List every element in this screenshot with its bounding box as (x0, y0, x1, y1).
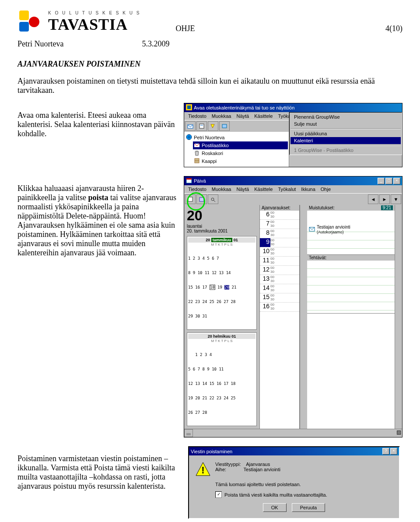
menu-minimize[interactable]: Pienennä GroupWise (290, 113, 401, 120)
svg-rect-22 (186, 433, 191, 435)
calendar-icon (186, 177, 192, 184)
toolbar[interactable] (184, 120, 289, 132)
time-badge: 9:21 (381, 205, 393, 210)
svg-rect-6 (200, 124, 204, 128)
trash-icon (194, 150, 200, 157)
appointments-header: Ajanvaraukset: (260, 205, 299, 211)
window-title: Päivä (194, 178, 206, 183)
toolbar-btn[interactable] (208, 121, 218, 131)
app-icon (186, 104, 192, 111)
paragraph-delete: Klikkaa haluaaasi ajanvarausta hiiren 2-… (18, 184, 177, 257)
tool-find[interactable] (208, 194, 218, 204)
window-title: Avaa oletuskalenterinäkymä tai tuo se nä… (194, 105, 294, 110)
maximize-button[interactable]: □ (385, 178, 392, 184)
doc-date: 5.3.2009 (142, 39, 169, 48)
svg-rect-12 (196, 151, 198, 152)
menu-close-others[interactable]: Sulje muut (290, 120, 401, 127)
svg-rect-0 (19, 11, 29, 20)
logo: K O U L U T U S K E S K U S TAVASTIA (18, 9, 140, 35)
checkbox-remove-all[interactable]: ✓ (215, 491, 222, 498)
cabinet-icon (194, 158, 200, 165)
window-menu-dropdown[interactable]: Pienennä GroupWise Sulje muut Uusi pääik… (289, 112, 402, 155)
paragraph-confirm: Poistaminen varmistetaan viestin poistam… (18, 454, 182, 491)
svg-marker-8 (211, 124, 214, 128)
highlight-circle (187, 192, 205, 211)
ok-button[interactable]: OK (263, 503, 287, 512)
logo-title: TAVASTIA (48, 15, 140, 34)
appointment-icon (309, 226, 315, 233)
svg-text:!: ! (201, 465, 204, 476)
tree-cabinet[interactable]: Kaappi (202, 159, 217, 164)
section-title: AJANVARAUKSEN POISTAMINEN (18, 60, 402, 69)
svg-line-20 (214, 200, 215, 202)
close-button[interactable]: × (393, 178, 400, 184)
toolbar-btn[interactable] (219, 121, 230, 131)
menu-new-main[interactable]: Uusi pääikkuna (290, 130, 401, 137)
svg-rect-4 (187, 106, 191, 109)
hour-column[interactable]: Ajanvaraukset: 6003070030800309003010003… (259, 205, 300, 429)
statusbar-btn[interactable] (184, 429, 193, 437)
page-header: K O U L U T U S K E S K U S TAVASTIA OHJ… (18, 9, 402, 35)
subject-value: Testiajan arviointi (244, 467, 280, 472)
day-name: lauantai (187, 224, 257, 229)
doc-meta: Petri Nuorteva 5.3.2009 (18, 39, 402, 49)
svg-point-2 (29, 17, 39, 27)
close-button[interactable]: × (390, 448, 397, 455)
dialog-title: Viestin poistaminen (191, 449, 232, 454)
warning-icon: ! (195, 462, 211, 477)
menu-calendar[interactable]: Kalenteri (290, 137, 401, 144)
help-button[interactable]: ? (382, 448, 389, 455)
tool-nav[interactable]: ► (379, 194, 390, 204)
groupwise-window: Avaa oletuskalenterinäkymä tai tuo se nä… (184, 103, 402, 167)
reminders-header: Muistutukset: (309, 205, 335, 210)
delete-message-dialog: Viestin poistaminen ? × ! Viestityyppi: … (188, 446, 400, 519)
type-label: Viestityyppi: (215, 462, 241, 467)
scrollbar[interactable] (300, 205, 307, 429)
logo-subtitle: K O U L U T U S K E S K U S (48, 11, 140, 15)
day-view-window: Päivä _ □ × Tiedosto Muokkaa Näytä Käsit… (184, 176, 402, 437)
folder-tree[interactable]: Petri Nuorteva Postilaatikko Roskakori (184, 132, 289, 167)
svg-rect-9 (222, 124, 227, 128)
tree-trash[interactable]: Roskakori (202, 151, 223, 156)
menubar[interactable]: Tiedosto Muokkaa Näytä Käsittele Työkalu… (184, 185, 402, 193)
paragraph-intro: Ajanvarauksen poistaminen on tietysti mu… (18, 77, 402, 95)
tool-nav[interactable]: ▼ (391, 194, 401, 204)
menubar[interactable]: Tiedosto Muokkaa Näytä Käsittele Työkalu… (184, 112, 289, 120)
day-date: 20. tammikuuta 2001 (187, 229, 257, 233)
scrollbar[interactable] (395, 205, 402, 429)
globe-icon (186, 134, 192, 141)
tool-nav[interactable]: ◄ (368, 194, 378, 204)
svg-rect-16 (186, 178, 192, 180)
toolbar-btn[interactable] (185, 121, 196, 131)
mini-calendar-feb[interactable]: 20 helmikuu 01 M T K T P L S 1 2 3 4 5 6… (187, 332, 257, 426)
svg-rect-1 (19, 22, 29, 32)
tree-mailbox[interactable]: Postilaatikko (202, 143, 229, 148)
dialog-message: Tämä luomasi ajoitettu viesti poistetaan… (215, 482, 393, 487)
minimize-button[interactable]: _ (378, 178, 385, 184)
checkbox-label: Poista tämä viesti kaikilta muilta vasta… (224, 492, 327, 497)
page-number: 4(10) (385, 24, 402, 33)
mailbox-icon (194, 142, 200, 149)
menu-gw-mailbox[interactable]: 1 GroupWise - Postilaatikko (290, 147, 401, 154)
doc-type: OHJE (175, 24, 195, 33)
appointment-item[interactable]: Testiajan arviointi(Autokorjaamo) (307, 224, 395, 235)
cancel-button[interactable]: Peruuta (292, 503, 326, 512)
author: Petri Nuorteva (18, 39, 63, 48)
type-value: Ajanvaraus (246, 462, 270, 467)
subject-label: Aihe: (215, 467, 226, 472)
toolbar-btn[interactable] (196, 121, 207, 131)
tasks-header: Tehtävät: (309, 255, 327, 260)
tree-user[interactable]: Petri Nuorteva (194, 135, 224, 140)
mini-calendar-jan[interactable]: 20 tammikuu 01 M T K T P L S 1 2 3 4 5 6… (187, 236, 257, 330)
paragraph-open-calendar: Avaa oma kalenterisi. Eteesi aukeaa oma … (18, 111, 177, 138)
